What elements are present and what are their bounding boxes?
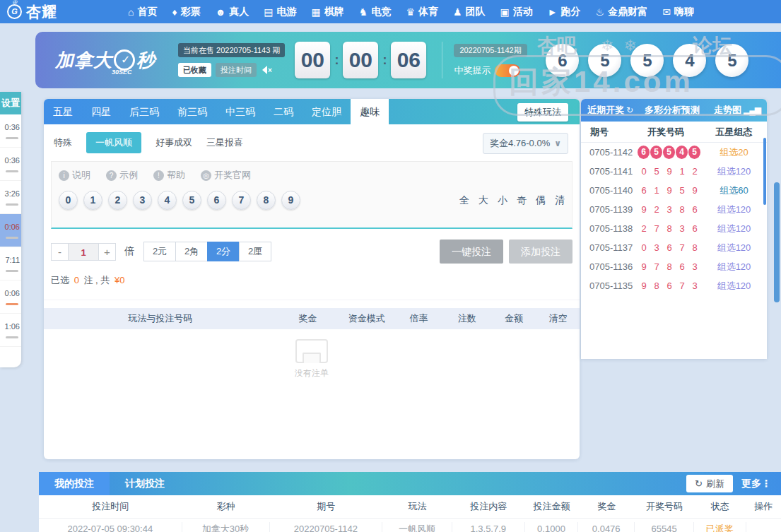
sub-play-tab[interactable]: 好事成双 (155, 132, 192, 153)
left-lottery-item[interactable]: 0:36 (0, 114, 21, 148)
money-unit-button[interactable]: 2分 (207, 242, 240, 261)
result-pattern[interactable]: 组选120 (701, 223, 767, 235)
play-type-tab[interactable]: 定位胆 (303, 99, 351, 124)
money-unit-button[interactable]: 2厘 (239, 242, 271, 261)
my-bets-tab[interactable]: 我的投注 (39, 472, 110, 495)
special-play-button[interactable]: 特殊玩法 (517, 103, 568, 122)
result-pattern[interactable]: 组选60 (701, 184, 767, 197)
money-unit-button[interactable]: 2元 (143, 242, 176, 261)
multiplier-value[interactable]: 1 (69, 243, 98, 261)
quick-pick-link[interactable]: 清 (555, 194, 565, 207)
nav-item[interactable]: ✉ 嗨聊 (662, 6, 694, 18)
result-pattern[interactable]: 组选120 (701, 165, 767, 178)
quick-pick-link[interactable]: 小 (498, 194, 507, 207)
more-button[interactable]: 更多⋮ (741, 478, 771, 490)
nav-item[interactable]: ♛ 体育 (406, 6, 438, 18)
help-link-icon: i (59, 170, 69, 181)
left-lottery-item[interactable]: 1:06 (0, 314, 21, 347)
left-lottery-item[interactable]: 3:26 (0, 181, 21, 214)
nav-item[interactable]: ▤ 电游 (264, 6, 296, 18)
table-row[interactable]: 2022-07-05 09:30:44 加拿大30秒 20220705-1142… (39, 518, 781, 532)
left-lottery-item[interactable]: 0:36 (0, 148, 21, 181)
play-type-tab[interactable]: 前三码 (168, 99, 216, 124)
left-panel-header[interactable]: 设置 (0, 92, 21, 114)
mute-icon[interactable]: × (262, 66, 272, 74)
sidebar-header-tab[interactable]: 多彩分析预测 (645, 104, 702, 117)
win-tip-toggle[interactable] (495, 64, 520, 77)
favorited-button[interactable]: 已收藏 (178, 63, 211, 77)
play-type-tab[interactable]: 五星 (44, 99, 82, 124)
chevron-down-icon: ∨ (554, 138, 561, 148)
money-unit-button[interactable]: 2角 (175, 242, 208, 261)
result-pattern[interactable]: 组选20 (701, 146, 767, 159)
play-type-tab[interactable]: 趣味 (351, 99, 389, 124)
bonus-dropdown[interactable]: 奖金4.76-0.0% ∨ (483, 133, 568, 154)
multiplier-minus-button[interactable]: - (51, 243, 69, 261)
result-pattern[interactable]: 组选120 (701, 261, 767, 273)
result-row[interactable]: 0705-1140 6 1 9 5 9 组选60 (581, 181, 767, 200)
number-ball-button[interactable]: 1 (83, 191, 102, 210)
result-ball: 5 (588, 44, 621, 77)
help-link[interactable]: ◎ 开奖官网 (201, 169, 251, 182)
nav-item[interactable]: ▦ 棋牌 (312, 6, 344, 18)
quick-pick-link[interactable]: 全 (459, 194, 469, 207)
result-period: 0705-1138 (581, 223, 630, 234)
play-type-tab[interactable]: 后三码 (120, 99, 168, 124)
result-row[interactable]: 0705-1137 0 3 6 7 8 组选120 (581, 238, 767, 257)
nav-item[interactable]: ▣ 活动 (500, 6, 533, 18)
nav-item[interactable]: ♞ 电竞 (359, 6, 392, 18)
number-ball-button[interactable]: 9 (281, 191, 300, 210)
add-bet-button[interactable]: 添加投注 (509, 240, 572, 264)
result-row[interactable]: 0705-1142 6 5 5 4 5 组选20 (581, 143, 767, 162)
result-pattern[interactable]: 组选120 (701, 280, 767, 292)
nav-item[interactable]: ☻ 真人 (216, 6, 249, 18)
number-ball-button[interactable]: 5 (182, 191, 201, 210)
number-ball-button[interactable]: 2 (108, 191, 127, 210)
left-lottery-item[interactable]: 0:06 (0, 280, 21, 314)
result-pattern[interactable]: 组选120 (701, 203, 767, 216)
left-lottery-item[interactable]: 0:06 (0, 214, 21, 247)
result-row[interactable]: 0705-1141 0 5 9 1 2 组选120 (581, 162, 767, 181)
nav-item[interactable]: ♨ 金鼎财富 (596, 6, 648, 18)
sidebar-header-tab[interactable]: 近期开奖 ↻ (587, 104, 633, 117)
number-ball-button[interactable]: 0 (59, 191, 78, 210)
number-ball-button[interactable]: 7 (232, 191, 251, 210)
left-lottery-item[interactable]: 7:11 (0, 247, 21, 280)
win-tip-label: 中奖提示 (454, 64, 491, 77)
help-link[interactable]: ! 帮助 (153, 169, 185, 182)
nav-item[interactable]: ♦ 彩票 (172, 6, 200, 18)
page-scrollbar-thumb[interactable] (774, 182, 780, 302)
sub-play-tab[interactable]: 三星报喜 (206, 132, 243, 153)
play-type-tab[interactable]: 中三码 (216, 99, 264, 124)
quick-pick-link[interactable]: 奇 (517, 194, 527, 207)
my-bets-tab[interactable]: 计划投注 (110, 472, 180, 495)
sub-play-tab[interactable]: 一帆风顺 (86, 132, 141, 153)
result-row[interactable]: 0705-1135 9 8 6 7 3 组选120 (581, 276, 767, 295)
play-type-tab[interactable]: 二码 (264, 99, 303, 124)
bet-time-button[interactable]: 投注时间 (216, 63, 257, 77)
number-ball-button[interactable]: 6 (207, 191, 226, 210)
number-ball-button[interactable]: 4 (158, 191, 177, 210)
sidebar-header-tab[interactable]: 走势图 ▂▄▆ (714, 104, 761, 117)
result-row[interactable]: 0705-1138 2 7 8 3 6 组选120 (581, 219, 767, 238)
quick-pick-link[interactable]: 偶 (536, 194, 546, 207)
help-link[interactable]: ? 示例 (106, 169, 138, 182)
play-type-tab[interactable]: 四星 (82, 99, 120, 124)
result-row[interactable]: 0705-1139 9 2 3 8 6 组选120 (581, 200, 767, 219)
nav-item[interactable]: ⌂ 首页 (128, 6, 157, 18)
quick-pick-link[interactable]: 大 (478, 194, 488, 207)
sub-play-tab[interactable]: 特殊 (54, 132, 72, 153)
nav-item[interactable]: ♟ 团队 (453, 6, 486, 18)
result-pattern[interactable]: 组选120 (701, 242, 767, 254)
nav-item[interactable]: ► 跑分 (548, 6, 581, 18)
refresh-button[interactable]: ↻刷新 (686, 475, 733, 492)
result-row[interactable]: 0705-1136 9 7 8 6 3 组选120 (581, 257, 767, 276)
help-link[interactable]: i 说明 (59, 169, 90, 182)
one-key-bet-button[interactable]: 一键投注 (440, 240, 503, 264)
screen: G ♔ 杏耀 ⌂ 首页 ♦ 彩票 ☻ 真人 (0, 0, 781, 532)
number-ball-button[interactable]: 8 (257, 191, 276, 210)
site-logo[interactable]: G ♔ 杏耀 (7, 2, 57, 22)
multiplier-plus-button[interactable]: + (98, 243, 116, 261)
number-ball-button[interactable]: 3 (133, 191, 152, 210)
sidebar-scrollbar-thumb[interactable] (763, 138, 766, 205)
